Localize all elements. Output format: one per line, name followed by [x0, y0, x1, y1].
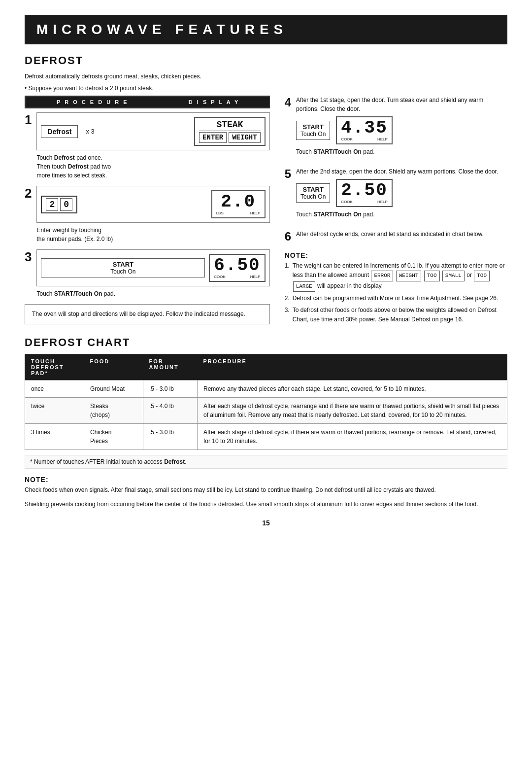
- defrost-button-label: Defrost: [41, 125, 78, 138]
- chart-touch-2: twice: [25, 397, 84, 423]
- too-box: TOO: [424, 271, 440, 281]
- step4-lcd-val: 4.35: [341, 119, 387, 137]
- step4-start-label: START: [300, 123, 326, 131]
- lcd-weight: WEIGHT: [229, 132, 260, 143]
- step1-lcd: STEAK ENTER WEIGHT: [194, 117, 265, 146]
- step-4: 4 After the 1st stage, open the door. Tu…: [285, 96, 507, 159]
- step3-start-label: START: [45, 261, 200, 268]
- chart-header-amount: FORAMOUNT: [143, 354, 198, 380]
- step5-lcd-labels: COOK HELP: [341, 200, 387, 204]
- step-6: 6 After defrost cycle ends, cover and le…: [285, 230, 507, 243]
- chart-amount-2: .5 - 4.0 lb: [143, 397, 198, 423]
- oven-note-box: The oven will stop and directions will b…: [25, 304, 270, 324]
- chart-touch-1: once: [25, 380, 84, 397]
- num-0: 0: [60, 198, 72, 211]
- weight-box: WEIGHT: [396, 271, 422, 281]
- step2-lcd-val: 2.0: [221, 193, 256, 211]
- step5-help: HELP: [377, 200, 388, 204]
- note-title: NOTE:: [285, 251, 507, 259]
- step1-x3: x 3: [86, 128, 94, 135]
- note-item-1: The weight can be entered in increments …: [285, 261, 507, 292]
- lcd-help: HELP: [250, 211, 261, 215]
- chart-touch-3: 3 times: [25, 423, 84, 449]
- page: MICROWAVE FEATURES DEFROST Defrost autom…: [0, 0, 532, 760]
- procedure-header: P R O C E D U R E: [25, 96, 160, 108]
- step4-help: HELP: [377, 137, 388, 141]
- step3-touch-label: Touch On: [110, 268, 135, 275]
- lcd-steak: STEAK: [199, 120, 260, 131]
- step5-start-btn[interactable]: START Touch On: [296, 183, 330, 203]
- step4-start-btn[interactable]: START Touch On: [296, 121, 330, 140]
- step-6-num: 6: [285, 230, 291, 243]
- chart-proc-2: After each stage of defrost cycle, rearr…: [198, 397, 507, 423]
- chart-table: TOUCHDEFROST PAD* FOOD FORAMOUNT PROCEDU…: [25, 354, 507, 450]
- left-column: P R O C E D U R E D I S P L A Y 1 Defros…: [25, 96, 270, 326]
- note-section: NOTE: The weight can be entered in incre…: [285, 251, 507, 324]
- step5-touch-label: Touch On: [300, 193, 326, 200]
- chart-header-touch: TOUCHDEFROST PAD*: [25, 354, 84, 380]
- step4-cook: COOK: [341, 137, 353, 141]
- step5-lcd: 2.50 COOK HELP: [336, 179, 392, 207]
- chart-amount-1: .5 - 3.0 lb: [143, 380, 198, 397]
- procedure-table: P R O C E D U R E D I S P L A Y: [25, 96, 270, 108]
- defrost-intro: Defrost automatically defrosts ground me…: [25, 72, 507, 81]
- chart-proc-1: Remove any thawed pieces after each stag…: [198, 380, 507, 397]
- step4-intro: After the 1st stage, open the door. Turn…: [296, 96, 507, 113]
- step-5: 5 After the 2nd stage, open the door. Sh…: [285, 167, 507, 222]
- step2-lcd-labels: LBS HELP: [216, 211, 261, 215]
- chart-amount-3: .5 - 3.0 lb: [143, 423, 198, 449]
- chart-row-3: 3 times ChickenPieces .5 - 3.0 lb After …: [25, 423, 507, 449]
- lcd-enter: ENTER: [199, 132, 227, 143]
- step3-lcd-labels: COOK HELP: [214, 275, 260, 279]
- step-3-num: 3: [25, 249, 32, 265]
- step3-lcd-cook: COOK: [214, 275, 226, 279]
- step6-desc: After defrost cycle ends, cover and let …: [296, 230, 507, 239]
- display-header: D I S P L A Y: [160, 96, 269, 108]
- small-box: SMALL: [442, 271, 465, 281]
- step3-lcd-help: HELP: [250, 275, 261, 279]
- step2-lcd: 2.0 LBS HELP: [211, 190, 266, 218]
- chart-food-1: Ground Meat: [84, 380, 143, 397]
- step5-intro: After the 2nd stage, open the door. Shie…: [296, 167, 507, 176]
- step5-lcd-val: 2.50: [341, 182, 387, 200]
- chart-row-1: once Ground Meat .5 - 3.0 lb Remove any …: [25, 380, 507, 397]
- two-col-layout: P R O C E D U R E D I S P L A Y 1 Defros…: [25, 96, 507, 326]
- step3-start-btn[interactable]: START Touch On: [41, 258, 205, 277]
- bottom-note-para1: Check foods when oven signals. After fin…: [25, 485, 507, 495]
- error-box: ERROR: [371, 271, 393, 281]
- too-box2: TOO: [474, 271, 490, 281]
- num-2: 2: [46, 198, 58, 211]
- step4-lcd: 4.35 COOK HELP: [336, 116, 392, 144]
- step4-touch-label: Touch On: [300, 131, 326, 138]
- chart-title: DEFROST CHART: [25, 336, 507, 349]
- bottom-note: NOTE: Check foods when oven signals. Aft…: [25, 476, 507, 509]
- step-1-num: 1: [25, 112, 32, 128]
- chart-row-2: twice Steaks(chops) .5 - 4.0 lb After ea…: [25, 397, 507, 423]
- main-title: MICROWAVE FEATURES: [25, 15, 507, 44]
- step-2-num: 2: [25, 186, 32, 201]
- chart-footnote: * Number of touches AFTER initial touch …: [25, 455, 507, 469]
- note-item-3: To defrost other foods or foods above or…: [285, 306, 507, 324]
- chart-header-procedure: PROCEDURE: [198, 354, 507, 380]
- step4-lcd-labels: COOK HELP: [341, 137, 387, 141]
- chart-header-food: FOOD: [84, 354, 143, 380]
- defrost-example: • Suppose you want to defrost a 2.0 poun…: [25, 84, 507, 93]
- right-column: 4 After the 1st stage, open the door. Tu…: [285, 96, 507, 326]
- step-5-num: 5: [285, 167, 291, 181]
- note-list: The weight can be entered in increments …: [285, 261, 507, 324]
- large-box: LARGE: [293, 281, 315, 292]
- step5-desc: Touch START/Touch On pad.: [296, 210, 507, 219]
- defrost-title: DEFROST: [25, 54, 507, 67]
- step3-desc: Touch START/Touch On pad.: [36, 289, 269, 298]
- step-4-num: 4: [285, 96, 291, 109]
- chart-food-3: ChickenPieces: [84, 423, 143, 449]
- step5-start-label: START: [300, 186, 326, 193]
- chart-food-2: Steaks(chops): [84, 397, 143, 423]
- bottom-note-para2: Shielding prevents cooking from occurrin…: [25, 500, 507, 509]
- step3-lcd-val: 6.50: [214, 257, 260, 275]
- bottom-note-title: NOTE:: [25, 476, 507, 484]
- lcd-lbs: LBS: [216, 211, 224, 215]
- step5-cook: COOK: [341, 200, 353, 204]
- step2-desc: Enter weight by touching the number pads…: [36, 226, 269, 243]
- chart-proc-3: After each stage of defrost cycle, if th…: [198, 423, 507, 449]
